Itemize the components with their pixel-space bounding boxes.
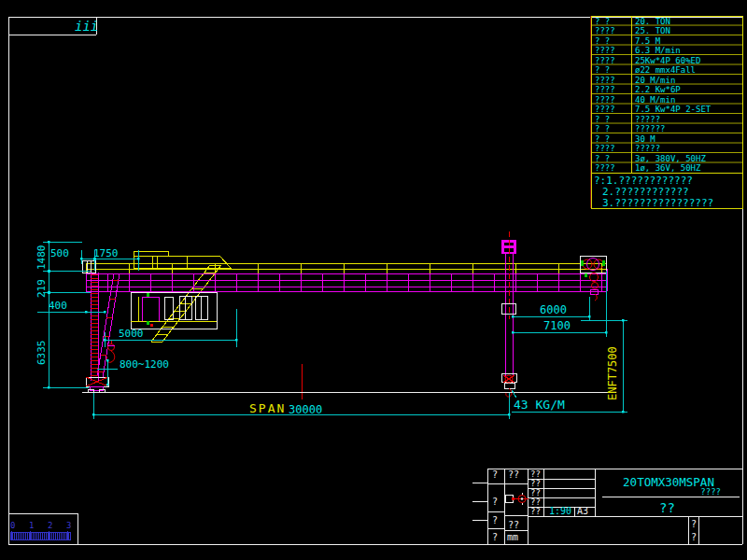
spec-label: ????	[595, 46, 615, 55]
span-value: 30000	[289, 403, 322, 416]
tb-left-cell: ?	[492, 532, 498, 542]
ruler-minor-ticks	[10, 532, 71, 539]
projection-symbol-icon	[505, 493, 529, 505]
tb-left-cell: ?	[492, 497, 498, 507]
cad-canvas: iii 0 1 2 3	[0, 0, 747, 560]
height-label: ENFT7500	[606, 346, 619, 400]
tb-unit: mm	[507, 532, 518, 542]
tb-scale: 1:90	[549, 506, 571, 516]
dim-6335: 6335	[35, 341, 48, 366]
title-block: ? ? ? ? ?? ?? mm A3 ? ? ?? ?? ?? ?? ?? 1…	[472, 469, 742, 544]
right-leg	[501, 231, 516, 388]
spec-label: ????	[595, 144, 615, 153]
spec-label: ? ?	[595, 134, 610, 144]
tb-drawing-code: ??	[659, 500, 675, 515]
spec-value: 25Kw*4P 60%ED	[635, 56, 700, 65]
spec-value: 40 M/min	[635, 95, 675, 105]
tb-row-label: ??	[530, 507, 541, 516]
tb-subtitle: ????	[700, 487, 721, 497]
ruler-tick-label: 3	[66, 521, 71, 530]
spec-label: ????	[595, 163, 615, 173]
spec-label: ? ?	[595, 115, 610, 124]
spec-value: ?????	[635, 144, 660, 153]
cad-viewport: iii 0 1 2 3	[0, 0, 747, 560]
spec-value: 20. TON	[635, 17, 670, 26]
spec-label: ? ?	[595, 154, 610, 163]
spec-label: ? ?	[595, 36, 610, 46]
spec-label: ? ?	[595, 17, 610, 26]
spec-value: 20 M/min	[635, 76, 675, 85]
spec-table: ? ? 20. TON ???? 25. TON ? ? 7.5 M ???? …	[590, 16, 742, 209]
railing-posts	[86, 263, 607, 273]
dim-7100: 7100	[543, 319, 571, 332]
ruler-tick-label: 1	[29, 521, 34, 530]
tb-row-label: ??	[530, 469, 541, 479]
crane-drawing	[82, 231, 616, 399]
tb-mid-bottom: ??	[508, 520, 519, 530]
spec-label: ????	[595, 95, 615, 105]
scale-ruler: 0 1 2 3	[10, 521, 71, 539]
dim-5000: 5000	[119, 328, 144, 340]
dim-500: 500	[50, 247, 69, 259]
span-word: SPAN	[249, 401, 286, 415]
tb-right-cell: ?	[691, 519, 697, 529]
tb-left-cell: ?	[492, 469, 498, 480]
spec-value: 6.3 M/min	[635, 46, 681, 55]
tb-right-cell: ?	[691, 532, 697, 542]
table-notes: ?:1.???????????? 2.???????????? 3.??????…	[594, 175, 713, 209]
operator-cab	[131, 292, 217, 329]
spec-value: 7.5 Kw*4P 2-SET	[635, 105, 712, 114]
spec-label: ????	[595, 85, 615, 94]
corner-mark: iii	[75, 19, 98, 34]
spec-value: 2.2 Kw*6P	[635, 85, 681, 94]
tb-mid-top: ??	[508, 469, 519, 480]
spec-label: ????	[595, 26, 615, 35]
spec-value: 25. TON	[635, 26, 670, 35]
ruler-tick-label: 2	[48, 521, 52, 530]
dim-800-1200: 800~1200	[120, 358, 169, 371]
spec-label: ? ?	[595, 124, 610, 133]
spec-value: 7.5 M	[635, 36, 661, 46]
spec-value: ø22 mmx4Fall	[635, 65, 696, 75]
note-line: 3.????????????????	[602, 197, 713, 209]
dim-1750: 1750	[93, 247, 119, 259]
spec-value: ?????	[635, 115, 660, 124]
dim-400: 400	[49, 300, 67, 312]
ruler-tick-label: 0	[10, 521, 15, 530]
spec-label: ????	[595, 56, 615, 65]
spec-value: 30 M	[635, 134, 655, 144]
tb-row-label: ??	[530, 497, 541, 507]
spec-value: ??????	[635, 124, 666, 133]
spec-label: ????	[595, 105, 615, 114]
tb-sheet-size: A3	[577, 506, 588, 516]
left-leg-ladder-rungs	[91, 274, 98, 379]
spec-label: ????	[595, 76, 615, 85]
girder-stiffeners	[86, 273, 607, 291]
spec-value: 1ø, 36V, 50HZ	[635, 163, 701, 173]
tb-row-label: ??	[530, 479, 541, 488]
spec-value: 3ø, 380V, 50HZ	[635, 154, 706, 163]
tb-row-label: ??	[530, 488, 541, 497]
dim-6000: 6000	[540, 303, 567, 316]
tb-left-cell: ?	[492, 515, 498, 525]
spec-label: ? ?	[595, 65, 610, 75]
rail-weight-label: 43 KG/M	[514, 398, 565, 412]
dim-1480: 1480	[35, 245, 48, 271]
dim-219: 219	[35, 279, 48, 298]
